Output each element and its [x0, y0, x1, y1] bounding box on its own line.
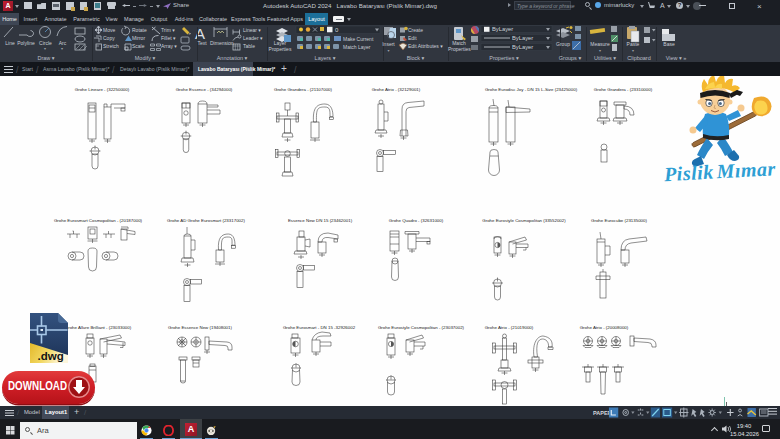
svg-text:Grohe Atrio - (20008000): Grohe Atrio - (20008000)	[580, 325, 629, 330]
svg-text:ByLayer: ByLayer	[512, 35, 533, 41]
svg-text:Grohe Eurostyle Cosmopolitan (: Grohe Eurostyle Cosmopolitan (33552002)	[482, 218, 566, 223]
svg-text:Grohe Eurodisc Joy - DN 15 L-S: Grohe Eurodisc Joy - DN 15 L-Size (23425…	[485, 87, 578, 92]
svg-text:Grohe Quadro - (32631000): Grohe Quadro - (32631000)	[389, 218, 444, 223]
svg-text:Grohe Grandera - (21107000): Grohe Grandera - (21107000)	[274, 87, 333, 92]
svg-text:Grohe Eurocube (23135000): Grohe Eurocube (23135000)	[591, 218, 647, 223]
svg-text:Grohe Grandera - (23310000): Grohe Grandera - (23310000)	[594, 87, 653, 92]
svg-text:Grohe Eurostyle Cosmopolitan -: Grohe Eurostyle Cosmopolitan - (23037002…	[378, 325, 465, 330]
svg-text:Grohe Allure Brilliant - (2303: Grohe Allure Brilliant - (23033000)	[65, 325, 132, 330]
svg-text:.dwg: .dwg	[38, 350, 64, 362]
svg-text:Grohe Eurosmart Cosmopolitan -: Grohe Eurosmart Cosmopolitan - (20187000…	[54, 218, 143, 223]
svg-text:Grohe Eurosmart - DN 15 -32926: Grohe Eurosmart - DN 15 -32926002	[283, 325, 356, 330]
svg-text:Grohe AD Grohe Eurosmart (2331: Grohe AD Grohe Eurosmart (23317002)	[167, 218, 245, 223]
svg-text:ByLayer: ByLayer	[512, 44, 533, 50]
svg-text:Grohe Essence New (19408001): Grohe Essence New (19408001)	[168, 325, 232, 330]
svg-text:Grohe Lineare - (32250000): Grohe Lineare - (32250000)	[75, 87, 130, 92]
svg-text:Grohe Atrio - (21019000): Grohe Atrio - (21019000)	[485, 325, 534, 330]
svg-text:Grohe Essence - (34294000): Grohe Essence - (34294000)	[176, 87, 233, 92]
svg-text:Grohe Atrio - (32129001): Grohe Atrio - (32129001)	[372, 87, 421, 92]
svg-text:ByLayer: ByLayer	[492, 26, 513, 32]
svg-text:Essence New DN 15 (23462001): Essence New DN 15 (23462001)	[288, 218, 353, 223]
